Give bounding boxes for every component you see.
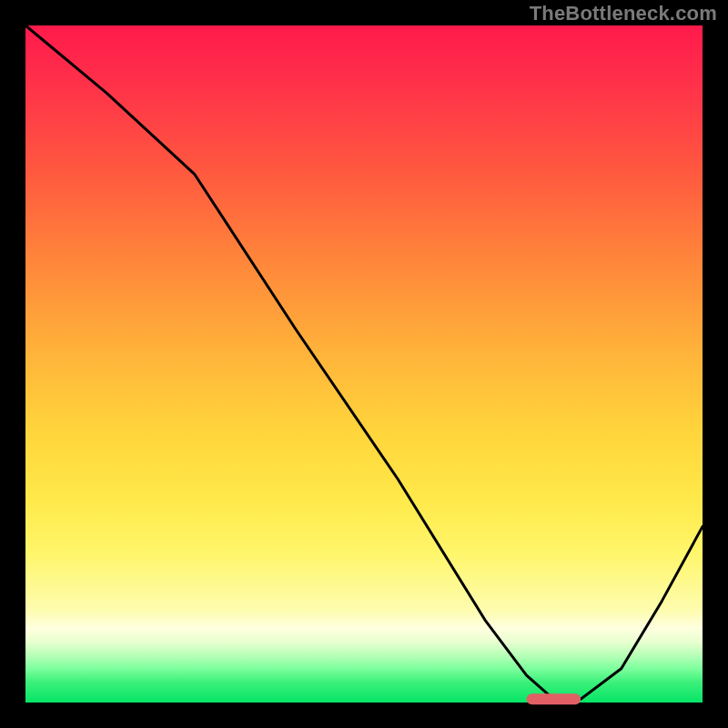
chart-container: TheBottleneck.com [0, 0, 728, 728]
bottleneck-curve [25, 25, 703, 699]
plot-area [25, 25, 703, 703]
chart-overlay [25, 25, 703, 703]
watermark-text: TheBottleneck.com [530, 2, 717, 25]
optimal-range-marker [527, 693, 581, 704]
